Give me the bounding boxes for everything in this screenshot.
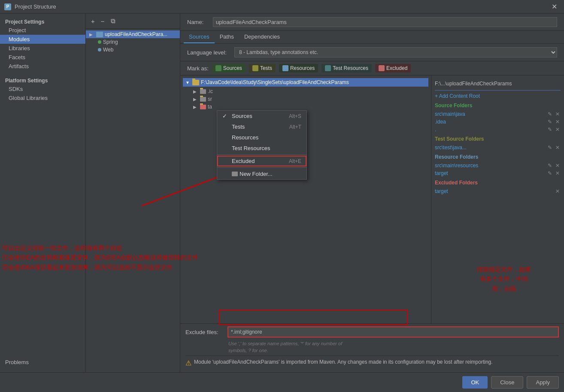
subtree-sr[interactable]: ▶ sr — [183, 95, 428, 103]
copy-module-button[interactable]: ⧉ — [109, 16, 117, 26]
excluded-folder-actions-1: ✕ — [555, 188, 561, 194]
content-root-item[interactable]: ▼ F:\JavaCode\Idea\Study\SingleSets\uplo… — [183, 78, 428, 87]
language-level-select[interactable]: 8 - Lambdas, type annotations etc. 9 - M… — [234, 47, 557, 57]
source-folder-entry-2: .idea ✎ ✕ — [435, 118, 561, 126]
new-folder-icon — [232, 172, 238, 176]
remove-source-folder-2[interactable]: ✕ — [555, 119, 561, 125]
test-folder-actions-1: ✎ ✕ — [547, 145, 561, 151]
excluded-folders-title: Excluded Folders — [435, 180, 561, 186]
sidebar-item-modules[interactable]: Modules — [0, 35, 85, 44]
subtree-sr-label: sr — [208, 96, 212, 102]
test-folder-entry-1: src\test\java... ✎ ✕ — [435, 144, 561, 151]
web-leaf-icon — [98, 48, 101, 51]
hint-text-2: symbols, ? for one. — [185, 347, 559, 354]
remove-resource-folder-1[interactable]: ✕ — [555, 163, 561, 169]
titlebar-left: P Project Structure — [4, 3, 56, 10]
exclude-files-input[interactable] — [227, 326, 559, 338]
tab-dependencies[interactable]: Dependencies — [239, 31, 285, 43]
sidebar-item-sdks[interactable]: SDKs — [0, 84, 85, 93]
edit-resource-folder-1[interactable]: ✎ — [547, 163, 553, 169]
remove-source-folder-1[interactable]: ✕ — [555, 111, 561, 117]
edit-source-folder-2[interactable]: ✎ — [547, 119, 553, 125]
sidebar-item-facets[interactable]: Facets — [0, 53, 85, 62]
module-icon — [96, 32, 103, 37]
menu-label-tests: Tests — [232, 124, 245, 130]
tests-icon — [252, 65, 258, 71]
project-settings-label: Project Settings — [0, 17, 85, 26]
name-row: Name: — [180, 14, 564, 31]
menu-item-resources[interactable]: ✓ Resources — [217, 132, 306, 143]
problems-section: Problems — [0, 354, 85, 369]
close-button[interactable]: Close — [491, 376, 523, 389]
app-icon: P — [4, 3, 11, 10]
source-folder-name-1: src\main\java — [435, 111, 465, 117]
right-panel: Name: Sources Paths Dependencies Languag… — [180, 14, 564, 372]
sidebar-item-libraries[interactable]: Libraries — [0, 44, 85, 53]
subtree-ic-label: .ic — [208, 88, 213, 94]
tabs-row: Sources Paths Dependencies — [180, 31, 564, 44]
remove-source-folder-3[interactable]: ✕ — [555, 127, 561, 133]
mark-excluded-button[interactable]: Excluded — [375, 64, 411, 72]
test-folder-name-1: src\test\java... — [435, 145, 467, 151]
edit-test-folder-1[interactable]: ✎ — [547, 145, 553, 151]
context-menu: ✓ Sources Alt+S ✓ Tests Alt+T ✓ Resource… — [217, 110, 307, 180]
menu-item-new-folder[interactable]: ✓ New Folder... — [217, 169, 306, 179]
mark-resources-button[interactable]: Resources — [279, 64, 318, 72]
window-close-button[interactable]: ✕ — [549, 2, 560, 12]
mark-test-resources-button[interactable]: Test Resources — [321, 64, 372, 72]
menu-item-tests[interactable]: ✓ Tests Alt+T — [217, 121, 306, 132]
source-folder-actions-3: ✎ ✕ — [547, 127, 561, 133]
check-icon-sources: ✓ — [222, 113, 228, 119]
ok-button[interactable]: OK — [462, 376, 488, 389]
subtree-ic[interactable]: ▶ .ic — [183, 87, 428, 95]
tab-sources[interactable]: Sources — [184, 31, 215, 43]
add-module-button[interactable]: + — [89, 17, 97, 26]
subtree-ta-label: ta — [208, 104, 212, 110]
source-folders-title: Source Folders — [435, 103, 561, 109]
mark-tests-button[interactable]: Tests — [249, 64, 276, 72]
module-tree: ▶ uploadFileAndCheckPara... Spring Web — [86, 29, 180, 372]
remove-excluded-folder-1[interactable]: ✕ — [555, 188, 561, 194]
sidebar-item-global-libraries[interactable]: Global Libraries — [0, 93, 85, 103]
resource-folder-entry-2: target ✎ ✕ — [435, 169, 561, 177]
mark-sources-button[interactable]: Sources — [212, 64, 246, 72]
module-tree-item-web[interactable]: Web — [86, 46, 180, 54]
test-folders-title: Test Source Folders — [435, 136, 561, 142]
sidebar-item-problems[interactable]: Problems — [0, 357, 85, 367]
edit-source-folder-3[interactable]: ✎ — [547, 127, 553, 133]
subtree-ta[interactable]: ▶ ta — [183, 103, 428, 111]
subtree-sr-arrow: ▶ — [193, 97, 198, 102]
remove-module-button[interactable]: − — [99, 17, 106, 26]
content-root-folder-icon — [192, 80, 199, 85]
apply-button[interactable]: Apply — [527, 376, 559, 389]
subtree-ic-arrow: ▶ — [193, 89, 198, 94]
resource-folder-actions-1: ✎ ✕ — [547, 163, 561, 169]
menu-item-test-resources[interactable]: ✓ Test Resources — [217, 143, 306, 154]
remove-resource-folder-2[interactable]: ✕ — [555, 170, 561, 176]
edit-resource-folder-2[interactable]: ✎ — [547, 170, 553, 176]
mark-as-row: Mark as: Sources Tests Resources Test Re… — [180, 61, 564, 75]
edit-source-folder-1[interactable]: ✎ — [547, 111, 553, 117]
menu-item-excluded[interactable]: ✓ Excluded Alt+E — [217, 156, 306, 166]
remove-test-folder-1[interactable]: ✕ — [555, 145, 561, 151]
resource-folder-name-2: target — [435, 170, 448, 176]
source-folder-actions-1: ✎ ✕ — [547, 111, 561, 117]
subtree-ta-arrow: ▶ — [193, 105, 198, 109]
resource-folder-entry-1: src\main\resources ✎ ✕ — [435, 162, 561, 169]
exclude-files-label: Exclude files: — [185, 329, 224, 335]
content-root-path: F:\JavaCode\Idea\Study\SingleSets\upload… — [201, 79, 349, 85]
sidebar-item-project[interactable]: Project — [0, 26, 85, 35]
module-tree-item-main[interactable]: ▶ uploadFileAndCheckPara... — [86, 30, 180, 38]
tab-paths[interactable]: Paths — [215, 31, 239, 43]
platform-settings-section: Platform Settings SDKs Global Libraries — [0, 76, 85, 103]
excluded-icon — [379, 65, 385, 71]
add-content-root-button[interactable]: + Add Content Root — [435, 93, 561, 99]
menu-item-sources[interactable]: ✓ Sources Alt+S — [217, 111, 306, 121]
name-input[interactable] — [213, 17, 557, 27]
hint-text-1: Use ',' to separate name patterns, '*' f… — [185, 340, 559, 347]
sidebar-item-artifacts[interactable]: Artifacts — [0, 62, 85, 71]
project-structure-dialog: P Project Structure ✕ Project Settings P… — [0, 0, 564, 392]
spring-leaf-icon — [98, 40, 101, 44]
module-tree-item-spring[interactable]: Spring — [86, 38, 180, 46]
resource-folders-title: Resource Folders — [435, 154, 561, 160]
